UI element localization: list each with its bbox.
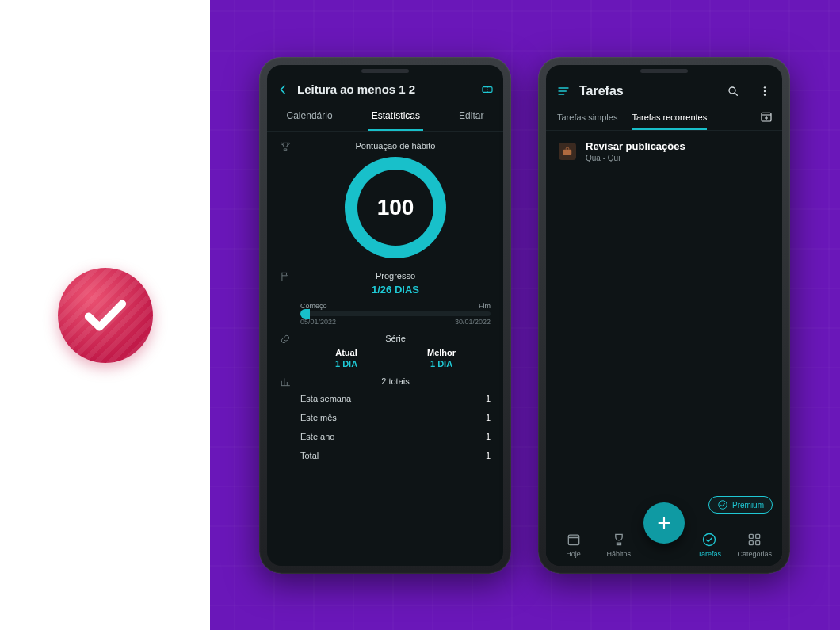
- promo-right-panel: Leitura ao menos 1 2 Calendário Estatíst…: [210, 0, 840, 630]
- menu-icon[interactable]: [557, 85, 570, 97]
- svg-rect-10: [750, 534, 754, 538]
- nav-habits[interactable]: Hábitos: [596, 532, 641, 558]
- more-icon[interactable]: [758, 85, 771, 97]
- progress-thumb[interactable]: [300, 309, 310, 319]
- tasks-tabs: Tarefas simples Tarefas recorrentes: [546, 105, 782, 131]
- svg-rect-11: [756, 534, 760, 538]
- back-icon[interactable]: [277, 83, 289, 96]
- nav-label: Hoje: [566, 550, 581, 558]
- plus-icon: [655, 514, 673, 532]
- progress-slider[interactable]: [300, 311, 491, 316]
- streak-best: Melhor 1 DIA: [427, 348, 456, 368]
- nav-label: Categorias: [738, 550, 773, 558]
- statistics-body: Pontuação de hábito 100: [267, 132, 503, 566]
- nav-today[interactable]: Hoje: [551, 532, 596, 558]
- score-value: 100: [377, 195, 414, 220]
- progress-end-label: Fim: [479, 302, 491, 310]
- habit-title: Leitura ao menos 1 2: [297, 82, 415, 96]
- link-icon: [280, 332, 292, 345]
- briefcase-icon: [559, 143, 576, 160]
- today-icon: [566, 532, 582, 548]
- svg-point-1: [729, 87, 735, 94]
- phone-mockup-statistics: Leitura ao menos 1 2 Calendário Estatíst…: [259, 57, 511, 574]
- nav-tasks[interactable]: Tarefas: [687, 532, 732, 558]
- totals-row-value: 1: [486, 394, 491, 403]
- grid-icon: [746, 532, 762, 548]
- svg-point-4: [764, 94, 766, 95]
- tab-simple-tasks[interactable]: Tarefas simples: [557, 105, 617, 130]
- totals-row-label: Esta semana: [300, 394, 351, 403]
- svg-rect-13: [756, 541, 760, 545]
- streak-label: Série: [300, 334, 491, 343]
- totals-row-year: Este ano 1: [300, 427, 491, 446]
- score-section-label: Pontuação de hábito: [300, 141, 491, 151]
- app-logo: [58, 268, 153, 363]
- totals-row-month: Este mês 1: [300, 408, 491, 427]
- tab-statistics[interactable]: Estatísticas: [368, 102, 423, 131]
- totals-row-week: Esta semana 1: [300, 389, 491, 408]
- totals-list: Esta semana 1 Este mês 1 Este ano 1: [300, 389, 491, 465]
- progress-label: Progresso: [300, 271, 491, 281]
- trophy-icon: [611, 532, 627, 548]
- streak-current: Atual 1 DIA: [335, 348, 357, 368]
- task-subtitle: Qua - Qui: [586, 154, 685, 162]
- phone-earpiece: [361, 69, 409, 73]
- calendar-add-icon[interactable]: [750, 104, 773, 129]
- bar-chart-icon: [280, 375, 292, 388]
- nav-categories[interactable]: Categorias: [732, 532, 777, 558]
- ticket-icon[interactable]: [481, 83, 494, 96]
- task-title: Revisar publicações: [586, 140, 685, 152]
- totals-row-total: Total 1: [300, 446, 491, 465]
- habit-tabs: Calendário Estatísticas Editar: [267, 102, 503, 132]
- svg-point-2: [764, 86, 766, 88]
- svg-rect-12: [750, 541, 754, 545]
- checkmark-icon: [80, 290, 131, 341]
- totals-row-value: 1: [486, 413, 491, 422]
- svg-point-3: [764, 90, 766, 92]
- check-icon: [701, 532, 717, 548]
- totals-row-label: Este ano: [300, 432, 334, 441]
- totals-row-label: Total: [300, 451, 319, 460]
- tab-recurring-tasks[interactable]: Tarefas recorrentes: [632, 105, 707, 130]
- streak-current-label: Atual: [335, 348, 357, 357]
- score-ring: 100: [345, 157, 446, 258]
- totals-row-value: 1: [486, 451, 491, 460]
- streak-best-label: Melhor: [427, 348, 456, 357]
- svg-point-7: [719, 501, 727, 510]
- nav-label: Hábitos: [607, 550, 632, 558]
- progress-days: 1/26 DIAS: [300, 284, 491, 296]
- tasks-header: Tarefas: [546, 78, 782, 105]
- totals-row-label: Este mês: [300, 413, 337, 422]
- trophy-icon: [280, 139, 292, 152]
- nav-label: Tarefas: [697, 550, 721, 558]
- phone-mockup-tasks: Tarefas Tarefas simples Tarefas recorren…: [538, 57, 790, 574]
- promo-left-panel: [0, 0, 210, 630]
- progress-start-date: 05/01/2022: [300, 318, 336, 326]
- streak-current-value: 1 DIA: [335, 359, 357, 368]
- svg-rect-8: [568, 535, 578, 545]
- habit-header: Leitura ao menos 1 2: [267, 78, 503, 102]
- check-circle-icon: [717, 499, 728, 510]
- task-item[interactable]: Revisar publicações Qua - Qui: [546, 131, 782, 172]
- flag-icon: [280, 269, 292, 282]
- progress-end-date: 30/01/2022: [455, 318, 491, 326]
- tab-edit[interactable]: Editar: [456, 102, 487, 131]
- streak-best-value: 1 DIA: [427, 359, 456, 368]
- premium-label: Premium: [732, 501, 764, 510]
- svg-rect-6: [563, 150, 572, 155]
- tab-calendar[interactable]: Calendário: [284, 102, 336, 131]
- tasks-title: Tarefas: [579, 84, 624, 98]
- totals-row-value: 1: [486, 432, 491, 441]
- search-icon[interactable]: [727, 85, 739, 97]
- fab-add-button[interactable]: [643, 502, 685, 544]
- totals-header: 2 totais: [300, 376, 491, 386]
- svg-point-9: [704, 534, 716, 546]
- premium-pill[interactable]: Premium: [708, 496, 773, 514]
